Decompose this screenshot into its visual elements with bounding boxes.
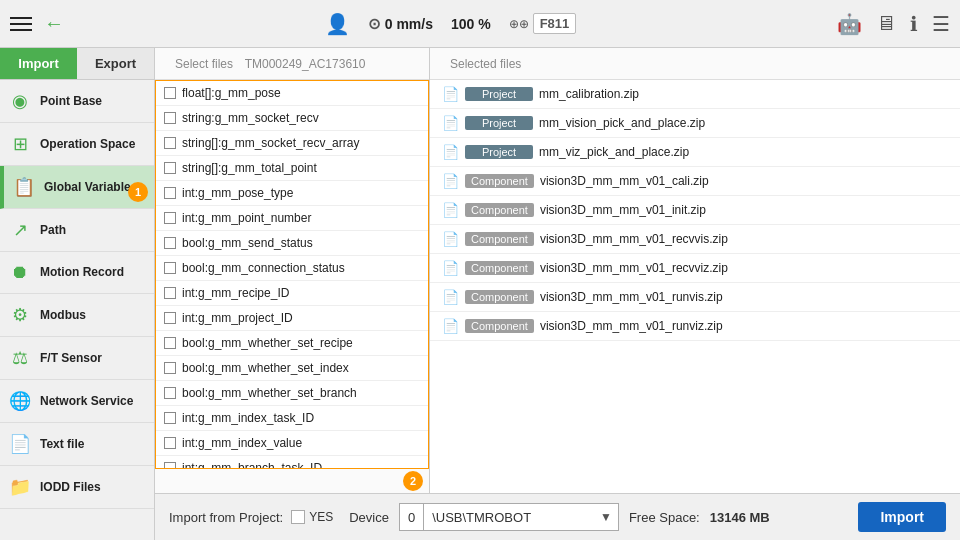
sidebar-item-iodd-files[interactable]: 📁 IODD Files [0, 466, 154, 509]
file-list: float[]:g_mm_posestring:g_mm_socket_recv… [155, 80, 429, 469]
selected-item: 📄 Component vision3D_mm_mm_v01_init.zip [430, 196, 960, 225]
info-icon[interactable]: ℹ [910, 12, 918, 36]
file-list-item[interactable]: int:g_mm_project_ID [156, 306, 428, 331]
menu-right-icon[interactable]: ☰ [932, 12, 950, 36]
sidebar-item-label-point-base: Point Base [40, 94, 102, 108]
file-list-item[interactable]: bool:g_mm_send_status [156, 231, 428, 256]
checkbox-yes[interactable]: YES [291, 510, 333, 524]
robot-icon[interactable]: 🤖 [837, 12, 862, 36]
file-list-item[interactable]: string[]:g_mm_socket_recv_array [156, 131, 428, 156]
selected-panel: Selected files 📄 Project mm_calibration.… [430, 48, 960, 493]
back-button[interactable]: ← [44, 12, 64, 35]
main-layout: Import Export ◉ Point Base ⊞ Operation S… [0, 48, 960, 540]
file-name: int:g_mm_index_value [182, 436, 302, 450]
device-select[interactable]: 0 \USB\TMROBOT ▼ [399, 503, 619, 531]
selected-tag: Component [465, 232, 534, 246]
selected-item: 📄 Project mm_vision_pick_and_place.zip [430, 109, 960, 138]
menu-icon[interactable] [10, 17, 32, 31]
device-dropdown-arrow[interactable]: ▼ [594, 510, 618, 524]
file-name: int:g_mm_index_task_ID [182, 411, 314, 425]
sidebar-item-label-operation-space: Operation Space [40, 137, 135, 151]
file-name: string[]:g_mm_socket_recv_array [182, 136, 359, 150]
file-list-item[interactable]: int:g_mm_index_value [156, 431, 428, 456]
file-checkbox[interactable] [164, 312, 176, 324]
top-bar: ← 👤 ⊙ 0 mm/s 100 % ⊕⊕ F811 🤖 🖥 ℹ ☰ [0, 0, 960, 48]
file-name: bool:g_mm_whether_set_branch [182, 386, 357, 400]
mode-icon-1: ⊕⊕ [509, 17, 529, 31]
text-file-icon: 📄 [8, 433, 32, 455]
sidebar-item-label-motion-record: Motion Record [40, 265, 124, 279]
sidebar-item-global-variable[interactable]: 📋 Global Variable 1 [0, 166, 154, 209]
file-list-item[interactable]: bool:g_mm_whether_set_index [156, 356, 428, 381]
selected-tag: Project [465, 87, 533, 101]
sidebar-item-network-service[interactable]: 🌐 Network Service [0, 380, 154, 423]
file-list-item[interactable]: string[]:g_mm_total_point [156, 156, 428, 181]
selected-filename: vision3D_mm_mm_v01_recvvis.zip [540, 232, 728, 246]
file-checkbox[interactable] [164, 412, 176, 424]
modbus-icon: ⚙ [8, 304, 32, 326]
file-list-item[interactable]: int:g_mm_branch_task_ID [156, 456, 428, 469]
file-checkbox[interactable] [164, 262, 176, 274]
file-list-item[interactable]: bool:g_mm_whether_set_recipe [156, 331, 428, 356]
content-area: Select files TM000249_AC173610 float[]:g… [155, 48, 960, 540]
sidebar-item-operation-space[interactable]: ⊞ Operation Space [0, 123, 154, 166]
status-person-icon: 👤 [325, 12, 350, 36]
sidebar-item-modbus[interactable]: ⚙ Modbus [0, 294, 154, 337]
file-checkbox[interactable] [164, 162, 176, 174]
file-list-item[interactable]: int:g_mm_pose_type [156, 181, 428, 206]
selected-list: 📄 Project mm_calibration.zip 📄 Project m… [430, 80, 960, 493]
selected-filename: vision3D_mm_mm_v01_init.zip [540, 203, 706, 217]
f811-badge: F811 [533, 13, 577, 34]
file-name: float[]:g_mm_pose [182, 86, 281, 100]
selected-filename: mm_viz_pick_and_place.zip [539, 145, 689, 159]
file-checkbox[interactable] [164, 362, 176, 374]
file-checkbox[interactable] [164, 112, 176, 124]
selected-file-icon: 📄 [442, 144, 459, 160]
file-list-item[interactable]: int:g_mm_point_number [156, 206, 428, 231]
file-list-item[interactable]: string:g_mm_socket_recv [156, 106, 428, 131]
sidebar-item-path[interactable]: ↗ Path [0, 209, 154, 252]
file-name: bool:g_mm_whether_set_index [182, 361, 349, 375]
file-checkbox[interactable] [164, 187, 176, 199]
file-list-item[interactable]: int:g_mm_recipe_ID [156, 281, 428, 306]
import-from-row: Import from Project: YES [169, 510, 333, 525]
file-list-item[interactable]: bool:g_mm_whether_set_branch [156, 381, 428, 406]
device-row: Device 0 \USB\TMROBOT ▼ Free Space: 1314… [349, 503, 770, 531]
selected-files-label: Selected files [450, 57, 521, 71]
speed-value: 0 mm/s [385, 16, 433, 32]
percent-display: 100 % [451, 16, 491, 32]
file-name: bool:g_mm_whether_set_recipe [182, 336, 353, 350]
sidebar-item-motion-record[interactable]: ⏺ Motion Record [0, 252, 154, 294]
file-list-item[interactable]: int:g_mm_index_task_ID [156, 406, 428, 431]
motion-record-icon: ⏺ [8, 262, 32, 283]
file-checkbox[interactable] [164, 287, 176, 299]
content-body: Select files TM000249_AC173610 float[]:g… [155, 48, 960, 493]
global-variable-icon: 📋 [12, 176, 36, 198]
import-button[interactable]: Import [858, 502, 946, 532]
sidebar-item-label-global-variable: Global Variable [44, 180, 131, 194]
badge-global-variable: 1 [128, 182, 148, 202]
sidebar-item-ft-sensor[interactable]: ⚖ F/T Sensor [0, 337, 154, 380]
device-label: Device [349, 510, 389, 525]
file-checkbox[interactable] [164, 212, 176, 224]
file-list-item[interactable]: bool:g_mm_connection_status [156, 256, 428, 281]
selected-file-icon: 📄 [442, 289, 459, 305]
yes-checkbox[interactable] [291, 510, 305, 524]
operation-space-icon: ⊞ [8, 133, 32, 155]
selected-tag: Component [465, 290, 534, 304]
file-checkbox[interactable] [164, 87, 176, 99]
file-checkbox[interactable] [164, 237, 176, 249]
sidebar-item-point-base[interactable]: ◉ Point Base [0, 80, 154, 123]
sidebar-item-text-file[interactable]: 📄 Text file [0, 423, 154, 466]
monitor-icon[interactable]: 🖥 [876, 12, 896, 35]
import-tab[interactable]: Import [0, 48, 77, 79]
file-checkbox[interactable] [164, 437, 176, 449]
sidebar: Import Export ◉ Point Base ⊞ Operation S… [0, 48, 155, 540]
selected-filename: vision3D_mm_mm_v01_cali.zip [540, 174, 709, 188]
file-checkbox[interactable] [164, 137, 176, 149]
export-tab[interactable]: Export [77, 48, 154, 79]
file-checkbox[interactable] [164, 337, 176, 349]
file-list-item[interactable]: float[]:g_mm_pose [156, 81, 428, 106]
file-checkbox[interactable] [164, 462, 176, 469]
file-checkbox[interactable] [164, 387, 176, 399]
